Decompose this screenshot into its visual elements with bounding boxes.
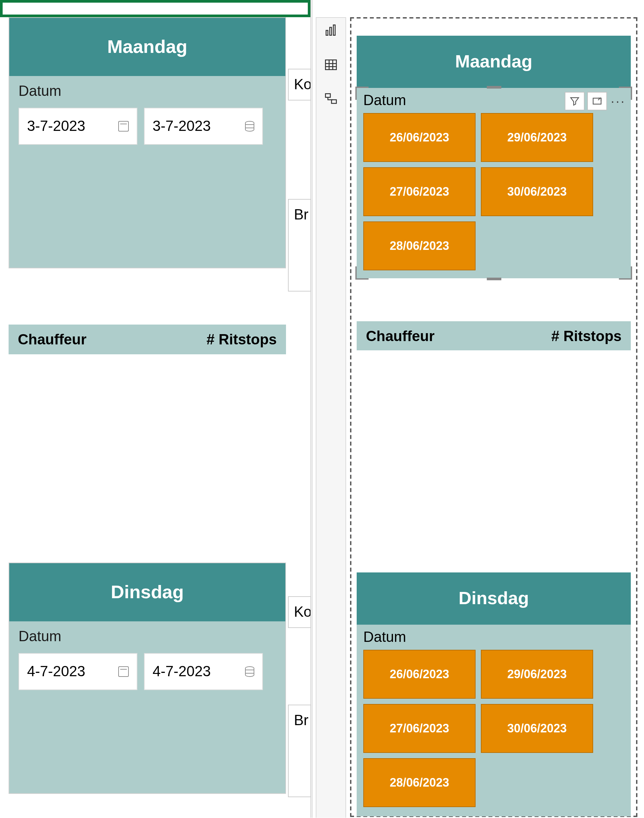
pane-divider[interactable]: [310, 0, 313, 818]
card-title: Dinsdag: [357, 572, 631, 625]
table-header-left: Chauffeur # Ritstops: [9, 324, 286, 355]
data-view-icon[interactable]: [322, 56, 339, 73]
svg-rect-0: [326, 31, 328, 35]
peek-box-ko: Ko: [288, 69, 311, 100]
center-gutter: [316, 126, 346, 818]
date-from-input[interactable]: 4-7-2023: [18, 653, 137, 690]
filter-icon[interactable]: [565, 92, 584, 111]
card-title: Maandag: [9, 18, 285, 76]
report-view-icon[interactable]: [322, 22, 339, 39]
date-to-input[interactable]: 3-7-2023: [144, 108, 263, 145]
date-from-value: 4-7-2023: [27, 663, 85, 680]
table-body-right: [357, 351, 631, 565]
table-body-left: [9, 354, 286, 572]
slicer-body: Datum 26/06/2023 27/06/2023 28/06/2023 2…: [357, 625, 631, 816]
date-tile[interactable]: 29/06/2023: [481, 650, 593, 699]
model-view-icon[interactable]: [322, 91, 339, 108]
peek-box-ko-2: Ko: [288, 596, 311, 628]
date-tile[interactable]: 30/06/2023: [481, 704, 593, 753]
database-icon[interactable]: [245, 666, 254, 677]
peek-box-br: Br: [288, 199, 311, 292]
date-tile[interactable]: 26/06/2023: [363, 650, 475, 699]
date-to-value: 4-7-2023: [153, 663, 211, 680]
svg-rect-2: [333, 25, 335, 35]
date-from-value: 3-7-2023: [27, 118, 85, 135]
col-chauffeur[interactable]: Chauffeur: [366, 328, 435, 345]
field-label-datum: Datum: [363, 629, 624, 646]
date-tile[interactable]: 30/06/2023: [481, 167, 593, 216]
date-tile[interactable]: 28/06/2023: [363, 758, 475, 807]
date-tile[interactable]: 28/06/2023: [363, 221, 475, 271]
date-tile[interactable]: 27/06/2023: [363, 704, 475, 753]
field-label-datum: Datum: [18, 628, 276, 645]
calendar-icon[interactable]: [118, 121, 129, 132]
slicer-body: ··· Datum 26/06/2023 27/06/2023 28/06/20…: [357, 88, 631, 278]
peek-box-br-2: Br: [288, 705, 311, 797]
table-header-right: Chauffeur # Ritstops: [357, 321, 631, 352]
slicer-body: Datum 4-7-2023 4-7-2023: [9, 621, 285, 793]
col-ritstops[interactable]: # Ritstops: [206, 331, 277, 348]
resize-handle-bottom[interactable]: [486, 278, 501, 280]
card-dinsdag-right[interactable]: Dinsdag Datum 26/06/2023 27/06/2023 28/0…: [357, 572, 631, 816]
resize-handle-top[interactable]: [486, 86, 501, 89]
field-label-datum: Datum: [18, 83, 276, 100]
focus-mode-icon[interactable]: [587, 92, 607, 111]
svg-rect-1: [330, 28, 331, 35]
card-dinsdag-left: Dinsdag Datum 4-7-2023 4-7-2023: [9, 563, 286, 794]
more-options-icon[interactable]: ···: [610, 92, 627, 111]
visual-toolbar: ···: [565, 92, 627, 111]
date-tile[interactable]: 29/06/2023: [481, 113, 593, 162]
slicer-body: Datum 3-7-2023 3-7-2023: [9, 76, 285, 268]
database-icon[interactable]: [245, 121, 254, 132]
svg-rect-10: [593, 98, 601, 104]
card-maandag-right[interactable]: Maandag ··· Datum 26/06/2023 27/06/2023 …: [357, 36, 631, 278]
calendar-icon[interactable]: [118, 666, 129, 677]
card-title: Dinsdag: [9, 563, 285, 621]
col-ritstops[interactable]: # Ritstops: [551, 328, 621, 345]
date-tile[interactable]: 26/06/2023: [363, 113, 475, 162]
svg-rect-3: [326, 60, 337, 69]
top-strip: [3, 3, 308, 15]
svg-rect-8: [326, 94, 331, 97]
card-maandag-left: Maandag Datum 3-7-2023 3-7-2023: [9, 17, 286, 268]
col-chauffeur[interactable]: Chauffeur: [18, 331, 86, 348]
date-tile[interactable]: 27/06/2023: [363, 167, 475, 216]
date-to-value: 3-7-2023: [153, 118, 211, 135]
view-mode-toolbar: [316, 17, 346, 126]
date-from-input[interactable]: 3-7-2023: [18, 108, 137, 145]
svg-rect-9: [331, 100, 337, 103]
card-title: Maandag: [357, 36, 631, 88]
date-to-input[interactable]: 4-7-2023: [144, 653, 263, 690]
